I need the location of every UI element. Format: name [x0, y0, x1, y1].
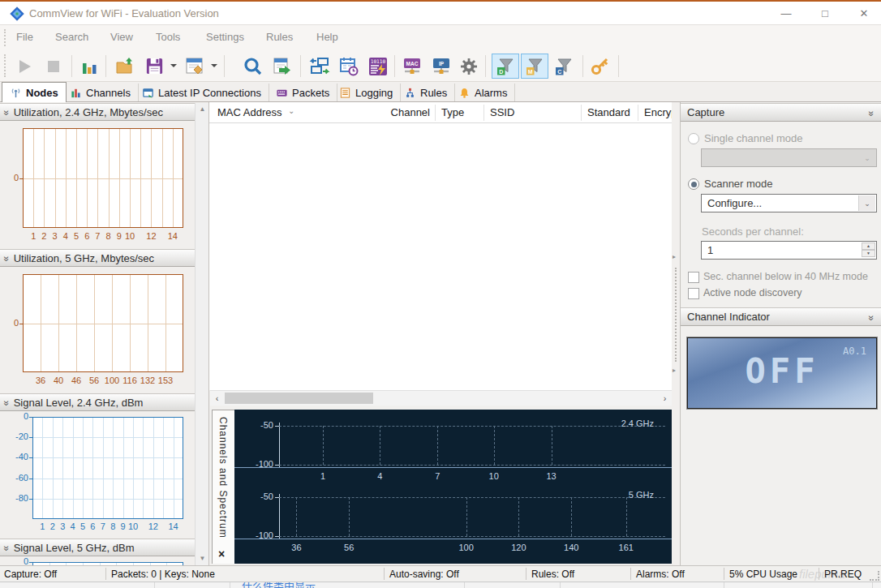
packet-generator-badge: 10110 — [371, 58, 386, 64]
chart-line — [24, 324, 183, 324]
scroll-up-icon[interactable]: ▲ — [196, 103, 209, 116]
page-arrow-icon — [272, 56, 293, 77]
splitter-collapse-icon[interactable]: ▸ — [673, 367, 676, 374]
menu-grip[interactable] — [4, 29, 8, 46]
column-mac-address[interactable]: MAC Address — [217, 106, 281, 118]
scheduler-button[interactable] — [336, 54, 362, 79]
tab-latest-ip-connections[interactable]: Latest IP Connections — [135, 84, 269, 101]
axis-tick-label: 0 — [5, 173, 19, 182]
active-discovery-checkbox[interactable] — [688, 288, 699, 299]
spin-down-icon[interactable]: ▼ — [862, 250, 875, 257]
chart-line — [24, 178, 183, 179]
scrollbar-thumb[interactable] — [225, 393, 373, 404]
sidebar-scrollbar[interactable]: ▲ ▼ — [195, 103, 208, 565]
open-logs-button[interactable] — [112, 54, 138, 79]
column-type[interactable]: Type — [441, 106, 464, 118]
scroll-down-icon[interactable]: ▼ — [196, 552, 209, 565]
menu-search[interactable]: Search — [50, 31, 93, 43]
node-reassociation-button[interactable] — [307, 54, 333, 79]
chart-line — [349, 497, 350, 536]
tab-label: Packets — [292, 87, 329, 99]
wep-keys-button[interactable] — [587, 54, 613, 79]
capture-section-header[interactable]: Capture » — [681, 103, 881, 122]
data-filter-button[interactable]: D — [492, 54, 519, 79]
menu-rules[interactable]: Rules — [261, 31, 298, 43]
scroll-left-icon[interactable]: ‹ — [211, 393, 223, 404]
title-bar: CommView for WiFi - Evaluation Version —… — [0, 0, 881, 25]
filter-m-badge: M — [528, 68, 533, 74]
chart-line — [518, 497, 520, 536]
mac-aliases-button[interactable]: MAC — [399, 54, 425, 79]
tab-logging[interactable]: Logging — [332, 84, 401, 101]
chevron-down-icon[interactable]: ⌄ — [288, 106, 294, 115]
seconds-per-channel-label: Seconds per channel: — [702, 225, 804, 238]
tab-alarms[interactable]: Alarms — [451, 84, 515, 101]
statistics-button[interactable] — [76, 54, 102, 79]
axis-tick-label: 36 — [31, 376, 50, 385]
menu-help[interactable]: Help — [312, 31, 343, 43]
log-viewer-button[interactable] — [182, 54, 208, 79]
chart-line — [53, 418, 54, 518]
section-title: Capture — [687, 106, 724, 118]
splitter-collapse-icon[interactable]: ▸ — [673, 253, 676, 260]
save-dropdown-caret[interactable] — [170, 64, 177, 67]
scanner-mode-radio[interactable] — [688, 178, 699, 190]
tab-channels[interactable]: Channels — [62, 84, 139, 101]
minimize-button[interactable]: — — [772, 5, 800, 23]
stop-capture-button[interactable] — [41, 54, 67, 79]
toolbar-grip[interactable] — [4, 54, 8, 77]
ip-aliases-icon: IP — [431, 56, 452, 77]
app-logo-icon — [10, 6, 24, 21]
mgmt-filter-button[interactable]: M — [521, 54, 548, 79]
scroll-right-icon[interactable]: › — [659, 393, 671, 404]
column-ssid[interactable]: SSID — [490, 106, 514, 118]
tab-label: Channels — [86, 87, 131, 99]
tab-rules[interactable]: Rules — [397, 84, 455, 101]
options-button[interactable] — [456, 54, 482, 79]
axis-tick-label: 100 — [102, 376, 122, 385]
tab-packets[interactable]: Packets — [269, 84, 337, 101]
menu-settings[interactable]: Settings — [201, 31, 249, 43]
packet-generator-button[interactable]: 10110 — [365, 54, 391, 79]
chart-line — [33, 457, 183, 458]
section-header-utilization-5[interactable]: » Utilization, 5 GHz, Mbytes/sec — [0, 249, 195, 267]
gear-icon — [458, 56, 479, 77]
seconds-per-channel-input[interactable]: 1 ▲ ▼ — [701, 241, 877, 260]
ip-aliases-button[interactable]: IP — [428, 54, 454, 79]
tab-label: Alarms — [475, 87, 507, 99]
funnel-m-icon: M — [524, 56, 545, 77]
panel-splitter[interactable]: ▸ ▸ — [672, 102, 680, 565]
menu-view[interactable]: View — [105, 31, 138, 43]
start-capture-button[interactable] — [11, 54, 37, 79]
menu-file[interactable]: File — [11, 31, 38, 43]
go-to-packet-button[interactable] — [269, 54, 295, 79]
scanner-configure-select[interactable]: Configure... ⌄ — [701, 194, 877, 212]
find-button[interactable] — [240, 54, 266, 79]
maximize-button[interactable]: □ — [811, 5, 839, 23]
resize-grip[interactable] — [870, 571, 879, 581]
spectrum-panel-label: Channels and Spectrum — [217, 417, 229, 539]
chart-line — [626, 497, 628, 536]
section-header-signal-5[interactable]: » Signal Level, 5 GHz, dBm — [0, 539, 195, 556]
close-icon[interactable]: × — [218, 547, 225, 560]
channel-indicator-header[interactable]: Channel Indicator » — [681, 307, 881, 326]
sec-channel-checkbox[interactable] — [688, 272, 699, 283]
log-viewer-dropdown-caret[interactable] — [211, 64, 217, 67]
table-horizontal-scrollbar[interactable]: ‹ › — [210, 390, 672, 406]
spin-up-icon[interactable]: ▲ — [862, 242, 875, 250]
tab-nodes[interactable]: Nodes — [2, 82, 67, 103]
close-button[interactable]: ✕ — [850, 5, 878, 23]
ctrl-filter-button[interactable]: C — [550, 54, 578, 79]
chart-line — [279, 536, 665, 537]
status-capture: Capture: Off — [4, 569, 57, 580]
single-channel-radio[interactable] — [688, 133, 699, 144]
column-channel[interactable]: Channel — [316, 106, 430, 118]
chart-line — [123, 418, 124, 518]
chart-line — [42, 418, 43, 518]
section-header-signal-24[interactable]: » Signal Level, 2.4 GHz, dBm — [0, 393, 195, 411]
save-button[interactable] — [141, 54, 167, 79]
section-header-utilization-24[interactable]: » Utilization, 2.4 GHz, Mbytes/sec — [0, 103, 195, 121]
menu-tools[interactable]: Tools — [151, 31, 185, 43]
collapse-chevron-icon: » — [1, 256, 12, 260]
column-standard[interactable]: Standard — [587, 106, 630, 118]
